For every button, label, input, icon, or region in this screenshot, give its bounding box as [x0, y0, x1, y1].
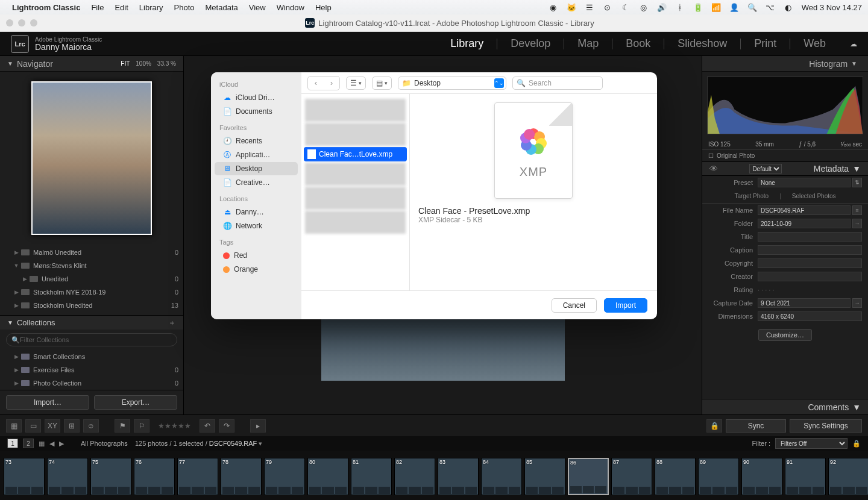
- preset-select[interactable]: None: [758, 178, 851, 187]
- forward-button[interactable]: ›: [324, 77, 339, 90]
- rotate-right-button[interactable]: ↷: [219, 419, 234, 433]
- sidebar-item[interactable]: 🕘Recents: [215, 134, 298, 148]
- cat-icon[interactable]: 🐱: [567, 2, 576, 12]
- import-button[interactable]: Import…: [6, 395, 89, 410]
- module-slideshow[interactable]: Slideshow: [678, 37, 727, 50]
- airdrop-icon[interactable]: ◎: [639, 2, 649, 12]
- stack-icon[interactable]: ☰: [585, 2, 594, 12]
- thumbnail[interactable]: 76: [134, 458, 175, 495]
- thumbnail[interactable]: 75: [90, 458, 131, 495]
- nav-100[interactable]: 100%: [136, 60, 151, 67]
- preset-dropdown-icon[interactable]: ⇅: [852, 178, 862, 187]
- eye-icon[interactable]: 👁: [709, 164, 718, 173]
- view-group-button[interactable]: ▤ ▾: [372, 77, 392, 90]
- wifi-icon[interactable]: 📶: [711, 2, 721, 12]
- menu-file[interactable]: File: [91, 3, 104, 12]
- sync-lock-button[interactable]: 🔒: [706, 419, 722, 433]
- thumbnail[interactable]: 86: [568, 458, 609, 495]
- blurred-file[interactable]: [305, 187, 406, 210]
- rating-dots[interactable]: · · · · ·: [758, 286, 862, 293]
- folder-row[interactable]: ▶Unedited0: [0, 272, 183, 286]
- folder-row[interactable]: ▶Malmö Unedited0: [0, 246, 183, 259]
- module-library[interactable]: Library: [450, 37, 483, 50]
- module-map[interactable]: Map: [577, 37, 599, 50]
- menu-edit[interactable]: Edit: [115, 3, 128, 12]
- metadata-header[interactable]: 👁 Default Metadata ▼: [702, 161, 868, 176]
- file-item-selected[interactable]: Clean Fac…tLove.xmp: [304, 147, 407, 161]
- thumbnail[interactable]: 84: [481, 458, 522, 495]
- back-button[interactable]: ‹: [308, 77, 324, 90]
- module-print[interactable]: Print: [754, 37, 776, 50]
- sidebar-item[interactable]: Red: [215, 249, 298, 262]
- sidebar-item[interactable]: 📄Creative…: [215, 176, 298, 189]
- sidebar-item[interactable]: 🌐Network: [215, 219, 298, 233]
- nav-33[interactable]: 33.3 %: [157, 60, 176, 67]
- thumbnail[interactable]: 73: [4, 458, 45, 495]
- crumb-file[interactable]: DSCF0549.RAF: [209, 440, 257, 447]
- metadata-mode-select[interactable]: Default: [749, 164, 782, 173]
- module-web[interactable]: Web: [804, 37, 826, 50]
- thumbnail[interactable]: 82: [394, 458, 435, 495]
- selected-photos-tab[interactable]: Selected Photos: [792, 193, 836, 199]
- sync-settings-button[interactable]: Sync Settings: [790, 419, 862, 433]
- thumbnail[interactable]: 87: [611, 458, 652, 495]
- title-field[interactable]: [758, 232, 862, 242]
- thumbnail[interactable]: 80: [307, 458, 348, 495]
- blurred-file[interactable]: [305, 211, 406, 234]
- goto-icon[interactable]: →: [852, 219, 862, 228]
- thumbnail[interactable]: 89: [698, 458, 739, 495]
- moon-icon[interactable]: ☾: [621, 2, 631, 12]
- battery-icon[interactable]: 🔋: [693, 2, 703, 12]
- compare-view-button[interactable]: XY: [45, 419, 60, 433]
- list-icon[interactable]: ≡: [852, 205, 862, 215]
- chevron-down-icon[interactable]: ▾: [259, 440, 262, 447]
- crumb-all[interactable]: All Photographs: [81, 440, 128, 447]
- add-collection-icon[interactable]: ＋: [168, 317, 176, 328]
- navigator-header[interactable]: ▼ Navigator FIT 100% 33.3 %: [0, 56, 183, 72]
- caption-field[interactable]: [758, 245, 862, 255]
- minimize-button[interactable]: [18, 19, 25, 27]
- sync-button[interactable]: Sync: [726, 419, 786, 433]
- view-columns-button[interactable]: ☰ ▾: [346, 77, 366, 90]
- navigator-preview[interactable]: [31, 81, 152, 235]
- creator-field[interactable]: [758, 272, 862, 281]
- thumbnail[interactable]: 81: [351, 458, 392, 495]
- folder-row[interactable]: ▼Møns:Stevns Klint: [0, 259, 183, 272]
- menu-metadata[interactable]: Metadata: [206, 3, 238, 12]
- thumbnail[interactable]: 79: [264, 458, 305, 495]
- original-photo-toggle[interactable]: ☐ Original Photo: [702, 150, 868, 161]
- loupe-view-button[interactable]: ▭: [25, 419, 41, 433]
- collection-row[interactable]: ▶Smart Collections: [0, 350, 183, 363]
- export-button[interactable]: Export…: [94, 395, 177, 410]
- comments-header[interactable]: Comments ▼: [702, 399, 868, 414]
- histogram-header[interactable]: Histogram ▼: [702, 56, 868, 72]
- grid-view-button[interactable]: ▦: [6, 419, 22, 433]
- customize-button[interactable]: Customize…: [758, 329, 812, 341]
- sidebar-item[interactable]: 📄Documents: [215, 105, 298, 118]
- finder-search-input[interactable]: 🔍 Search: [512, 77, 603, 90]
- blurred-file[interactable]: [305, 123, 406, 146]
- close-button[interactable]: [6, 19, 13, 27]
- cancel-button[interactable]: Cancel: [552, 298, 597, 313]
- folder-field[interactable]: 2021-10-09: [758, 219, 851, 228]
- back-icon[interactable]: ◀: [49, 440, 54, 448]
- rotate-left-button[interactable]: ↶: [200, 419, 215, 433]
- thumbnail[interactable]: 74: [47, 458, 88, 495]
- menu-help[interactable]: Help: [315, 3, 332, 12]
- thumbnail[interactable]: 88: [655, 458, 696, 495]
- flag-reject-button[interactable]: ⚐: [134, 419, 149, 433]
- import-button[interactable]: Import: [604, 298, 647, 313]
- target-photo-tab[interactable]: Target Photo: [734, 193, 769, 199]
- rating-stars[interactable]: ★★★★★: [158, 422, 191, 430]
- sidebar-item[interactable]: ⒶApplicati…: [215, 148, 298, 161]
- photo-preview[interactable]: [321, 316, 565, 381]
- folder-row[interactable]: ▶Stockholm Unedited13: [0, 299, 183, 312]
- thumbnail[interactable]: 91: [785, 458, 826, 495]
- filmstrip[interactable]: 7374757677787980818283848586878889909192: [0, 451, 868, 500]
- user-icon[interactable]: 👤: [729, 2, 739, 12]
- screen-2-button[interactable]: 2: [23, 439, 34, 448]
- collections-header[interactable]: ▼ Collections ＋: [0, 315, 183, 330]
- thumbnail[interactable]: 85: [524, 458, 565, 495]
- menu-app[interactable]: Lightroom Classic: [12, 3, 80, 12]
- record-icon[interactable]: ◉: [549, 2, 558, 12]
